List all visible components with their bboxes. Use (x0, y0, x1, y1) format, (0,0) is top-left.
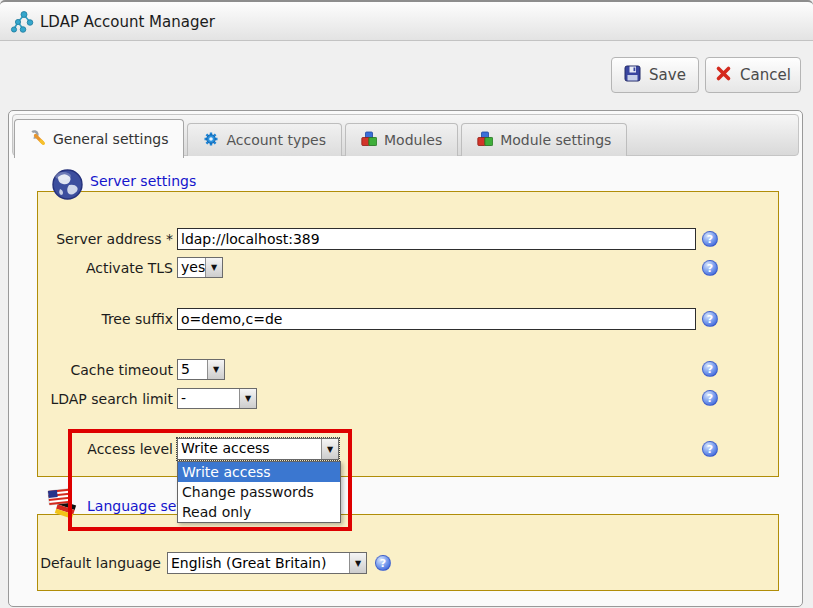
activate-tls-select[interactable]: yes ▼ (177, 257, 223, 278)
save-floppy-icon (624, 65, 641, 86)
server-settings-legend: Server settings (90, 173, 196, 189)
ldap-search-limit-value: - (178, 389, 239, 408)
activate-tls-label: Activate TLS (25, 257, 173, 279)
help-icon[interactable]: ? (702, 361, 718, 377)
access-level-value: Write access (178, 439, 321, 459)
activate-tls-value: yes (178, 258, 205, 277)
cache-timeout-value: 5 (178, 360, 207, 379)
cancel-x-icon (715, 65, 732, 86)
help-icon[interactable]: ? (702, 260, 718, 276)
tab-general-settings[interactable]: General settings (14, 119, 184, 158)
chevron-down-icon: ▼ (321, 439, 338, 459)
chevron-down-icon: ▼ (207, 360, 224, 379)
app-title: LDAP Account Manager (40, 2, 215, 43)
gear-icon (203, 131, 219, 150)
ldap-search-limit-label: LDAP search limit (25, 388, 173, 410)
help-icon[interactable]: ? (702, 441, 718, 457)
tab-modules-label: Modules (384, 132, 442, 148)
modules-cubes-icon (361, 131, 377, 150)
tree-suffix-input[interactable] (177, 308, 696, 330)
help-icon[interactable]: ? (702, 311, 718, 327)
cache-timeout-select[interactable]: 5 ▼ (177, 359, 225, 380)
server-address-input[interactable] (177, 228, 696, 250)
help-icon[interactable]: ? (702, 231, 718, 247)
window-title-bar: LDAP Account Manager (0, 0, 813, 41)
tab-strip: General settings Account types (14, 111, 627, 158)
access-level-select[interactable]: Write access ▼ (177, 438, 339, 460)
access-level-label: Access level (25, 438, 173, 460)
wrench-icon (30, 130, 46, 149)
globe-icon (51, 168, 84, 205)
chevron-down-icon: ▼ (349, 553, 366, 573)
lam-tree-logo-icon (10, 10, 36, 38)
tab-modules[interactable]: Modules (345, 123, 458, 156)
flags-icon (47, 488, 81, 526)
cache-timeout-label: Cache timeout (25, 359, 173, 381)
access-level-dropdown-list: Write access Change passwords Read only (177, 461, 341, 523)
chevron-down-icon: ▼ (239, 389, 256, 408)
cancel-button-label: Cancel (740, 66, 791, 84)
cancel-button[interactable]: Cancel (705, 57, 801, 93)
help-icon[interactable]: ? (702, 390, 718, 406)
save-button[interactable]: Save (611, 57, 699, 93)
modules-cubes-icon (477, 131, 493, 150)
dropdown-option-change-passwords[interactable]: Change passwords (178, 482, 340, 502)
default-language-value: English (Great Britain) (168, 553, 349, 573)
default-language-select[interactable]: English (Great Britain) ▼ (167, 552, 367, 574)
tab-module-settings[interactable]: Module settings (461, 123, 627, 156)
server-address-label: Server address * (25, 228, 173, 250)
dropdown-option-read-only[interactable]: Read only (178, 502, 340, 522)
tab-module-settings-label: Module settings (500, 132, 611, 148)
chevron-down-icon: ▼ (205, 258, 222, 277)
tab-account-types[interactable]: Account types (187, 123, 342, 156)
ldap-search-limit-select[interactable]: - ▼ (177, 388, 257, 409)
tab-general-settings-label: General settings (53, 131, 168, 147)
tree-suffix-label: Tree suffix (25, 308, 173, 330)
default-language-label: Default language (13, 552, 161, 574)
tab-account-types-label: Account types (226, 132, 326, 148)
dropdown-option-write-access[interactable]: Write access (178, 462, 340, 482)
settings-panel: General settings Account types (8, 110, 803, 607)
help-icon[interactable]: ? (375, 555, 391, 571)
save-button-label: Save (649, 66, 686, 84)
